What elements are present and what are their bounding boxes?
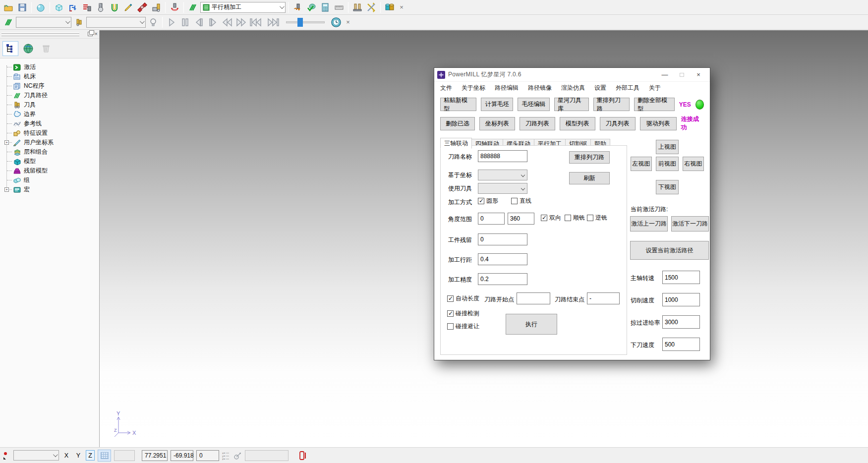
tree-item-workplane[interactable]: +用户坐标系 bbox=[0, 138, 99, 147]
tree-item-machine[interactable]: 机床 bbox=[0, 72, 99, 81]
toolpath-name-input[interactable] bbox=[478, 150, 527, 162]
clamp-icon[interactable] bbox=[351, 1, 364, 14]
device-connection-icon[interactable] bbox=[298, 451, 307, 461]
reference-points-icon[interactable] bbox=[136, 1, 149, 14]
tree-item-pattern[interactable]: 参考线 bbox=[0, 119, 99, 128]
sim-speed-slider[interactable] bbox=[286, 21, 325, 23]
angle-from-input[interactable] bbox=[478, 213, 505, 225]
axis-x-button[interactable]: X bbox=[62, 450, 71, 461]
set-active-path-button[interactable]: 设置当前激活路径 bbox=[630, 241, 709, 260]
tree-item-model[interactable]: 模型 bbox=[0, 157, 99, 166]
menu-settings[interactable]: 设置 bbox=[594, 84, 606, 92]
verify-check-icon[interactable] bbox=[305, 1, 318, 14]
close-icon[interactable]: × bbox=[690, 69, 707, 81]
explorer-globe-tab[interactable] bbox=[20, 41, 36, 56]
panel-float-icon[interactable] bbox=[88, 32, 93, 36]
menu-file[interactable]: 文件 bbox=[440, 84, 452, 92]
slider-thumb[interactable] bbox=[297, 18, 303, 27]
sim-pause-icon[interactable] bbox=[179, 16, 192, 29]
activate-prev-button[interactable]: 激活上一刀路 bbox=[630, 216, 668, 232]
ruler-icon[interactable] bbox=[333, 1, 346, 14]
sim-play-icon[interactable] bbox=[165, 16, 178, 29]
angle-to-input[interactable] bbox=[508, 213, 534, 225]
bidirectional-checkbox[interactable]: 双向 bbox=[541, 214, 561, 222]
tree-item-group[interactable]: 组 bbox=[0, 175, 99, 185]
delete-all-models-button[interactable]: 删除全部模型 bbox=[634, 98, 675, 111]
probe-icon[interactable] bbox=[233, 451, 242, 460]
axis-scissors-icon[interactable] bbox=[365, 1, 378, 14]
path-end-input[interactable] bbox=[587, 292, 620, 304]
panel-close-icon[interactable]: × bbox=[95, 31, 98, 37]
view-top-button[interactable]: 上视图 bbox=[656, 140, 679, 154]
xyz-readout-icon[interactable]: x=y=z= bbox=[222, 451, 230, 460]
view-right-button[interactable]: 右视图 bbox=[683, 157, 704, 171]
sim-tool-dropdown[interactable] bbox=[86, 17, 146, 28]
paste-model-button[interactable]: 粘贴新模型 bbox=[440, 98, 476, 111]
pick-mode-icon[interactable] bbox=[2, 451, 10, 460]
plunge-speed-input[interactable] bbox=[662, 338, 700, 351]
toolpath-strategy-icon[interactable] bbox=[66, 1, 79, 14]
stock-edit-button[interactable]: 毛坯编辑 bbox=[518, 98, 550, 111]
expand-icon[interactable]: + bbox=[4, 187, 9, 192]
tree-item-nc-program[interactable]: NC程序 bbox=[0, 81, 99, 91]
collision-avoid-checkbox[interactable]: 碰撞避让 bbox=[447, 322, 479, 331]
menu-about[interactable]: 关于 bbox=[649, 84, 661, 92]
grid-toggle-button[interactable] bbox=[98, 450, 111, 462]
tool-ball-icon[interactable] bbox=[94, 1, 107, 14]
dialog-titlebar[interactable]: PowerMILL 忆梦星河 7.0.6 — × bbox=[434, 68, 710, 82]
block-sphere-icon[interactable] bbox=[34, 1, 47, 14]
minimize-icon[interactable]: — bbox=[656, 69, 673, 81]
maximize-icon[interactable] bbox=[673, 69, 690, 81]
toolpath-list-button[interactable]: 刀路列表 bbox=[520, 117, 555, 130]
path-start-input[interactable] bbox=[517, 292, 550, 304]
save-project-icon[interactable] bbox=[16, 1, 29, 14]
menu-external-tools[interactable]: 外部工具 bbox=[616, 84, 639, 92]
circle-checkbox[interactable]: 圆形 bbox=[478, 197, 498, 205]
climb-checkbox[interactable]: 顺铣 bbox=[565, 214, 585, 222]
conventional-checkbox[interactable]: 逆铣 bbox=[587, 214, 607, 222]
sim-fast-forward-icon[interactable] bbox=[234, 16, 247, 29]
tool-arc-icon[interactable] bbox=[168, 1, 181, 14]
delete-selected-button[interactable]: 删除已选 bbox=[440, 117, 475, 130]
tool-list-button[interactable]: 刀具列表 bbox=[600, 117, 636, 130]
reorder-toolpath-button[interactable]: 重排列刀路 bbox=[593, 98, 630, 111]
execute-button[interactable]: 执行 bbox=[506, 314, 557, 335]
axis-y-button[interactable]: Y bbox=[74, 450, 83, 461]
menu-path-edit[interactable]: 路径编辑 bbox=[495, 84, 519, 92]
tree-item-activate[interactable]: 激活 bbox=[0, 62, 99, 72]
graphics-viewport[interactable]: Y X Z PowerMILL 忆梦星河 7.0.6 — × 文件 关于坐标 路… bbox=[100, 30, 868, 447]
pick-filter-dropdown[interactable] bbox=[13, 450, 59, 461]
snap-value-field[interactable] bbox=[114, 450, 135, 461]
explorer-panel-header[interactable]: × bbox=[0, 30, 99, 39]
sim-toolpath-dropdown[interactable] bbox=[16, 17, 71, 28]
calculator-icon[interactable] bbox=[319, 1, 332, 14]
view-front-button[interactable]: 前视图 bbox=[656, 157, 679, 171]
sim-step-forward-icon[interactable] bbox=[207, 16, 220, 29]
nc-program-icon[interactable] bbox=[80, 1, 93, 14]
reorder-button[interactable]: 重排列刀路 bbox=[569, 151, 610, 164]
drive-list-button[interactable]: 驱动列表 bbox=[640, 117, 677, 130]
sim-go-end-icon[interactable] bbox=[265, 16, 281, 29]
tolerance-input[interactable] bbox=[478, 273, 527, 285]
menu-render-sim[interactable]: 渲染仿真 bbox=[561, 84, 585, 92]
boundary-icon[interactable] bbox=[108, 1, 121, 14]
collision-detect-checkbox[interactable]: 碰撞检测 bbox=[447, 309, 479, 318]
cutting-speed-input[interactable] bbox=[662, 293, 700, 306]
tree-item-stock-model[interactable]: 残留模型 bbox=[0, 166, 99, 175]
stock-remain-input[interactable] bbox=[478, 233, 527, 245]
sim-rewind-icon[interactable] bbox=[221, 16, 233, 29]
view-bottom-button[interactable]: 下视图 bbox=[656, 180, 679, 194]
stepover-input[interactable] bbox=[478, 253, 527, 265]
activate-next-button[interactable]: 激活下一刀路 bbox=[671, 216, 709, 232]
axis-z-button[interactable]: Z bbox=[86, 450, 95, 461]
spindle-speed-input[interactable] bbox=[662, 271, 700, 284]
tree-item-boundary[interactable]: 边界 bbox=[0, 110, 99, 119]
view-left-button[interactable]: 左视图 bbox=[631, 157, 652, 171]
tab-3axis[interactable]: 三轴联动 bbox=[440, 138, 472, 149]
toolbar-close-icon[interactable]: × bbox=[397, 3, 406, 11]
expand-icon[interactable]: + bbox=[4, 140, 9, 145]
skim-feed-input[interactable] bbox=[662, 315, 700, 329]
tree-item-macro[interactable]: +宏 bbox=[0, 185, 99, 194]
model-list-button[interactable]: 模型列表 bbox=[560, 117, 595, 130]
menu-coords[interactable]: 关于坐标 bbox=[462, 84, 485, 92]
